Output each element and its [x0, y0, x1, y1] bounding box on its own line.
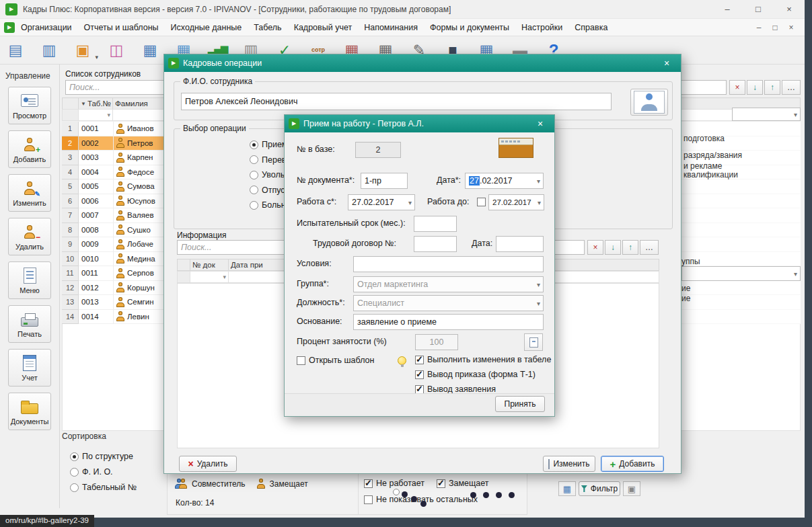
open-template-checkbox[interactable]: Открыть шаблон	[297, 356, 374, 365]
menu-item[interactable]: Отчеты и шаблоны	[78, 23, 165, 32]
photo-button[interactable]	[630, 89, 668, 116]
output-option-checkbox[interactable]: Выполнить изменения в табеле	[415, 355, 551, 364]
table-settings-button[interactable]: ▦	[558, 481, 576, 496]
clear-search-button[interactable]: ×	[587, 240, 603, 255]
desktop: Кадры Плюс: Корпоративная версия - верси…	[0, 0, 812, 527]
filter-button[interactable]: Фильтр	[579, 481, 620, 496]
sidebar-item-menu[interactable]: Меню	[8, 261, 51, 299]
mdi-minimize-button[interactable]: –	[752, 23, 766, 32]
basis-field[interactable]: заявление о приеме	[353, 314, 544, 330]
window-minimize-button[interactable]: –	[712, 0, 743, 18]
add-button[interactable]: + Добавить	[601, 456, 664, 472]
contract-number-field[interactable]	[414, 236, 457, 252]
sidebar-item-accounting[interactable]: Учет	[8, 349, 51, 387]
employee-card-icon[interactable]: ▣	[70, 38, 96, 63]
page-icon	[529, 337, 538, 348]
filter-checkbox[interactable]: Не работает	[364, 479, 425, 488]
sidebar-item-edit[interactable]: ✎ Изменить	[8, 174, 51, 212]
filter-checkbox[interactable]: Замещает	[437, 479, 489, 488]
menu-item[interactable]: Табель	[248, 23, 287, 32]
close-icon[interactable]: ×	[530, 117, 550, 130]
gallery-dot[interactable]	[402, 491, 408, 497]
menu-item[interactable]: Формы и документы	[424, 23, 515, 32]
column-filter-dropdown[interactable]	[732, 108, 801, 121]
sort-up-button[interactable]: ↑	[764, 80, 780, 95]
menu-item[interactable]: Организации	[15, 23, 78, 32]
sort-down-button[interactable]: ↓	[605, 240, 621, 255]
saved-filters-button[interactable]: ▣	[623, 481, 640, 496]
doc-number-field[interactable]: 1-пр	[361, 173, 408, 189]
menu-item[interactable]: Исходные данные	[165, 23, 248, 32]
position-dropdown[interactable]: Специалист	[353, 295, 544, 311]
menu-item[interactable]: Справка	[568, 23, 614, 32]
report-icon[interactable]: ▥	[36, 38, 62, 63]
sidebar-item-view[interactable]: Просмотр	[8, 87, 51, 124]
more-options-button[interactable]: …	[782, 80, 801, 95]
timesheet-icon[interactable]: ▦	[137, 38, 163, 63]
menu-item[interactable]: Настройки	[515, 23, 568, 32]
edit-button[interactable]: Изменить	[543, 456, 595, 472]
grid-fragment: уппы	[681, 257, 700, 266]
person-icon	[116, 210, 125, 220]
menu-item[interactable]: Напоминания	[358, 23, 424, 32]
probation-field[interactable]	[414, 216, 457, 232]
sort-up-button[interactable]: ↑	[622, 240, 638, 255]
card-preview-icon[interactable]	[499, 138, 533, 158]
structure-icon[interactable]: ◫	[104, 38, 129, 63]
doc-number-header[interactable]: № док	[190, 259, 229, 271]
window-maximize-button[interactable]: □	[743, 0, 774, 18]
sidebar-item-delete[interactable]: − Удалить	[8, 218, 51, 255]
substitute-icon	[256, 479, 266, 489]
sidebar-item-documents[interactable]: Документы	[8, 393, 51, 430]
checkbox-icon	[297, 356, 305, 365]
gallery-dot[interactable]	[411, 496, 417, 502]
gallery-dot[interactable]	[483, 492, 489, 498]
mdi-close-button[interactable]: ×	[784, 23, 798, 32]
window-close-button[interactable]: ×	[774, 0, 805, 18]
fio-field[interactable]: Петров Алексей Леонидович	[181, 93, 612, 110]
group-dropdown[interactable]: Отдел маркетинга	[353, 276, 544, 292]
sort-option-radio[interactable]: По структуре	[70, 452, 137, 461]
tab-filter-cell[interactable]	[78, 109, 113, 121]
clear-search-button[interactable]: ×	[729, 80, 745, 95]
edit-person-icon: ✎	[22, 179, 37, 197]
work-to-picker[interactable]: 27.02.2017	[488, 194, 544, 210]
person-icon	[116, 282, 125, 292]
sort-option-radio[interactable]: Ф. И. О.	[70, 467, 137, 477]
sidebar-item-add[interactable]: + Добавить	[8, 130, 51, 168]
gallery-dot[interactable]	[509, 492, 515, 498]
sort-down-button[interactable]: ↓	[747, 80, 763, 95]
doc-date-header[interactable]: Дата при	[228, 259, 287, 271]
grid-fragment: и рекламе	[684, 161, 722, 171]
output-option-checkbox[interactable]: Вывод приказа (форма Т-1)	[415, 370, 551, 379]
document-icon-button[interactable]	[524, 333, 543, 351]
hire-dialog: Прием на работу - Петров А.Л. × № в базе…	[284, 114, 555, 417]
conditions-field[interactable]	[353, 256, 544, 272]
dialog-title-bar: Прием на работу - Петров А.Л. ×	[285, 115, 554, 132]
output-option-checkbox[interactable]: Вывод заявления	[415, 384, 551, 394]
close-icon[interactable]: ×	[657, 56, 677, 70]
accept-button[interactable]: Принять	[495, 396, 545, 412]
new-document-icon[interactable]: ▤	[3, 38, 28, 63]
date-picker[interactable]: 27.02.2017	[465, 173, 544, 189]
checkbox-icon	[477, 198, 486, 206]
work-from-picker[interactable]: 27.02.2017	[348, 194, 415, 210]
mdi-restore-button[interactable]: □	[768, 23, 782, 32]
group-filter-dropdown[interactable]	[681, 266, 801, 281]
gallery-dot[interactable]	[496, 492, 502, 498]
work-to-checkbox[interactable]	[477, 198, 486, 206]
sort-option-radio[interactable]: Табельный №	[70, 483, 137, 492]
date-filter-cell[interactable]	[228, 271, 287, 283]
contract-date-field[interactable]	[496, 236, 544, 252]
more-options-button[interactable]: …	[640, 240, 659, 255]
tab-number-header[interactable]: ▼ Таб.№	[78, 97, 113, 110]
sidebar-item-print[interactable]: Печать	[8, 305, 51, 343]
gallery-dot[interactable]	[420, 501, 427, 507]
gallery-dot[interactable]	[393, 489, 400, 495]
gallery-dot[interactable]	[470, 492, 476, 498]
doc-filter-cell[interactable]	[190, 271, 229, 283]
menu-item[interactable]: Кадровый учет	[288, 23, 359, 32]
employee-name-cell: Юсупов	[114, 194, 164, 209]
window-controls: – □ ×	[712, 0, 805, 18]
delete-button[interactable]: × Удалить	[179, 456, 237, 472]
